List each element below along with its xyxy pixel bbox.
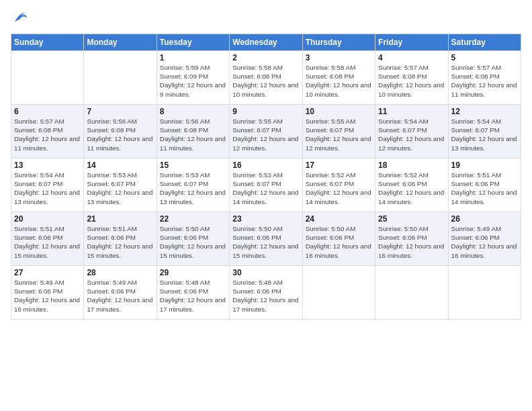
calendar-cell: 3Sunrise: 5:58 AM Sunset: 6:08 PM Daylig… — [302, 51, 375, 105]
day-info: Sunrise: 5:49 AM Sunset: 6:06 PM Dayligh… — [451, 224, 518, 260]
calendar-cell: 2Sunrise: 5:58 AM Sunset: 6:08 PM Daylig… — [230, 51, 302, 105]
day-info: Sunrise: 5:55 AM Sunset: 6:07 PM Dayligh… — [306, 117, 372, 152]
day-info: Sunrise: 5:53 AM Sunset: 6:07 PM Dayligh… — [160, 171, 226, 206]
day-info: Sunrise: 5:50 AM Sunset: 6:06 PM Dayligh… — [306, 224, 372, 260]
day-number: 13 — [14, 161, 81, 170]
calendar-cell — [302, 266, 375, 320]
calendar-cell: 9Sunrise: 5:55 AM Sunset: 6:07 PM Daylig… — [230, 105, 302, 158]
day-number: 11 — [378, 107, 445, 116]
calendar-cell: 23Sunrise: 5:50 AM Sunset: 6:06 PM Dayli… — [230, 212, 302, 266]
calendar-cell: 4Sunrise: 5:57 AM Sunset: 6:08 PM Daylig… — [375, 51, 448, 105]
day-info: Sunrise: 5:54 AM Sunset: 6:07 PM Dayligh… — [14, 171, 81, 206]
day-number: 19 — [451, 161, 518, 170]
calendar-cell: 8Sunrise: 5:56 AM Sunset: 6:08 PM Daylig… — [157, 105, 229, 158]
calendar-week-row-4: 20Sunrise: 5:51 AM Sunset: 6:06 PM Dayli… — [11, 212, 521, 266]
calendar-cell: 26Sunrise: 5:49 AM Sunset: 6:06 PM Dayli… — [448, 212, 521, 266]
day-number: 30 — [232, 268, 299, 277]
day-number: 2 — [232, 53, 299, 62]
calendar-week-row-1: 1Sunrise: 5:59 AM Sunset: 6:09 PM Daylig… — [11, 51, 521, 105]
day-info: Sunrise: 5:57 AM Sunset: 6:08 PM Dayligh… — [378, 63, 445, 99]
calendar-week-row-3: 13Sunrise: 5:54 AM Sunset: 6:07 PM Dayli… — [11, 158, 521, 212]
day-number: 15 — [160, 161, 226, 170]
calendar-cell — [84, 51, 157, 105]
logo-icon — [12, 8, 31, 27]
day-info: Sunrise: 5:50 AM Sunset: 6:06 PM Dayligh… — [378, 224, 445, 260]
day-info: Sunrise: 5:56 AM Sunset: 6:08 PM Dayligh… — [87, 117, 153, 152]
weekday-header-saturday: Saturday — [448, 34, 521, 51]
calendar-cell: 21Sunrise: 5:51 AM Sunset: 6:06 PM Dayli… — [84, 212, 157, 266]
day-info: Sunrise: 5:58 AM Sunset: 6:08 PM Dayligh… — [232, 63, 299, 99]
calendar-cell — [11, 51, 84, 105]
day-number: 18 — [378, 161, 445, 170]
day-info: Sunrise: 5:48 AM Sunset: 6:06 PM Dayligh… — [160, 278, 226, 314]
calendar-cell: 29Sunrise: 5:48 AM Sunset: 6:06 PM Dayli… — [157, 266, 229, 320]
day-info: Sunrise: 5:49 AM Sunset: 6:06 PM Dayligh… — [87, 278, 153, 314]
day-number: 4 — [378, 53, 445, 62]
calendar-cell: 28Sunrise: 5:49 AM Sunset: 6:06 PM Dayli… — [84, 266, 157, 320]
day-number: 22 — [160, 214, 226, 224]
day-info: Sunrise: 5:48 AM Sunset: 6:06 PM Dayligh… — [232, 278, 299, 314]
weekday-header-monday: Monday — [84, 34, 157, 51]
day-number: 28 — [87, 268, 153, 277]
calendar-cell — [375, 266, 448, 320]
calendar-cell: 25Sunrise: 5:50 AM Sunset: 6:06 PM Dayli… — [375, 212, 448, 266]
day-number: 23 — [232, 214, 299, 224]
day-number: 3 — [306, 53, 372, 62]
day-number: 6 — [14, 107, 81, 116]
calendar-cell: 5Sunrise: 5:57 AM Sunset: 6:08 PM Daylig… — [448, 51, 521, 105]
weekday-header-friday: Friday — [375, 34, 448, 51]
day-info: Sunrise: 5:54 AM Sunset: 6:07 PM Dayligh… — [451, 117, 518, 152]
day-number: 20 — [14, 214, 81, 224]
day-number: 8 — [160, 107, 226, 116]
calendar-cell: 12Sunrise: 5:54 AM Sunset: 6:07 PM Dayli… — [448, 105, 521, 158]
weekday-header-sunday: Sunday — [11, 34, 84, 51]
day-number: 10 — [306, 107, 372, 116]
calendar-cell: 27Sunrise: 5:49 AM Sunset: 6:06 PM Dayli… — [11, 266, 84, 320]
day-info: Sunrise: 5:57 AM Sunset: 6:08 PM Dayligh… — [451, 63, 518, 99]
day-info: Sunrise: 5:51 AM Sunset: 6:06 PM Dayligh… — [451, 171, 518, 206]
calendar-cell: 18Sunrise: 5:52 AM Sunset: 6:06 PM Dayli… — [375, 158, 448, 212]
calendar-cell: 19Sunrise: 5:51 AM Sunset: 6:06 PM Dayli… — [448, 158, 521, 212]
day-number: 27 — [14, 268, 81, 277]
day-number: 29 — [160, 268, 226, 277]
weekday-header-tuesday: Tuesday — [157, 34, 229, 51]
calendar-cell: 7Sunrise: 5:56 AM Sunset: 6:08 PM Daylig… — [84, 105, 157, 158]
day-number: 21 — [87, 214, 153, 224]
calendar-cell: 15Sunrise: 5:53 AM Sunset: 6:07 PM Dayli… — [157, 158, 229, 212]
calendar-cell: 1Sunrise: 5:59 AM Sunset: 6:09 PM Daylig… — [157, 51, 229, 105]
weekday-header-wednesday: Wednesday — [230, 34, 302, 51]
day-info: Sunrise: 5:57 AM Sunset: 6:08 PM Dayligh… — [14, 117, 81, 152]
calendar-week-row-2: 6Sunrise: 5:57 AM Sunset: 6:08 PM Daylig… — [11, 105, 521, 158]
day-number: 9 — [232, 107, 299, 116]
day-number: 1 — [160, 53, 226, 62]
calendar-cell — [448, 266, 521, 320]
day-info: Sunrise: 5:53 AM Sunset: 6:07 PM Dayligh… — [87, 171, 153, 206]
day-info: Sunrise: 5:51 AM Sunset: 6:06 PM Dayligh… — [14, 224, 81, 260]
day-number: 12 — [451, 107, 518, 116]
calendar-cell: 11Sunrise: 5:54 AM Sunset: 6:07 PM Dayli… — [375, 105, 448, 158]
day-number: 7 — [87, 107, 153, 116]
logo — [11, 11, 31, 30]
day-info: Sunrise: 5:59 AM Sunset: 6:09 PM Dayligh… — [160, 63, 226, 99]
calendar-cell: 6Sunrise: 5:57 AM Sunset: 6:08 PM Daylig… — [11, 105, 84, 158]
header — [11, 11, 521, 30]
calendar-cell: 20Sunrise: 5:51 AM Sunset: 6:06 PM Dayli… — [11, 212, 84, 266]
day-info: Sunrise: 5:52 AM Sunset: 6:07 PM Dayligh… — [306, 171, 372, 206]
day-number: 26 — [451, 214, 518, 224]
day-number: 17 — [306, 161, 372, 170]
calendar-cell: 13Sunrise: 5:54 AM Sunset: 6:07 PM Dayli… — [11, 158, 84, 212]
day-info: Sunrise: 5:55 AM Sunset: 6:07 PM Dayligh… — [232, 117, 299, 152]
day-number: 25 — [378, 214, 445, 224]
day-number: 16 — [232, 161, 299, 170]
day-info: Sunrise: 5:50 AM Sunset: 6:06 PM Dayligh… — [232, 224, 299, 260]
day-info: Sunrise: 5:52 AM Sunset: 6:06 PM Dayligh… — [378, 171, 445, 206]
day-number: 24 — [306, 214, 372, 224]
calendar-cell: 16Sunrise: 5:53 AM Sunset: 6:07 PM Dayli… — [230, 158, 302, 212]
calendar: SundayMondayTuesdayWednesdayThursdayFrid… — [11, 34, 521, 320]
weekday-header-row: SundayMondayTuesdayWednesdayThursdayFrid… — [11, 34, 521, 51]
day-info: Sunrise: 5:56 AM Sunset: 6:08 PM Dayligh… — [160, 117, 226, 152]
calendar-week-row-5: 27Sunrise: 5:49 AM Sunset: 6:06 PM Dayli… — [11, 266, 521, 320]
calendar-cell: 30Sunrise: 5:48 AM Sunset: 6:06 PM Dayli… — [230, 266, 302, 320]
day-info: Sunrise: 5:49 AM Sunset: 6:06 PM Dayligh… — [14, 278, 81, 314]
weekday-header-thursday: Thursday — [302, 34, 375, 51]
